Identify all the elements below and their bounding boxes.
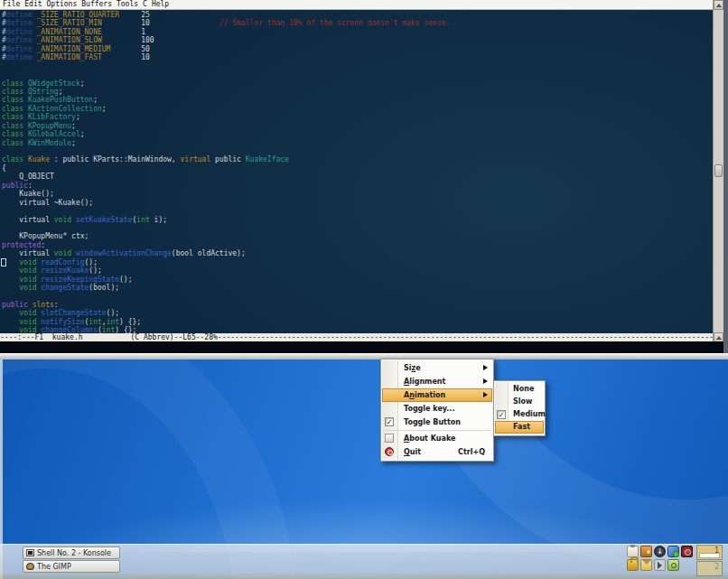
emacs-window: FileEditOptionsBuffersToolsCHelp #define… [0,0,728,360]
kwallet-icon[interactable] [640,546,652,557]
emacs-menu-c[interactable]: C [143,0,147,8]
code-line: public slots: [2,301,450,309]
menu-item-none[interactable]: None [495,383,544,396]
code-line: KPopupMenu* ctx; [2,232,450,240]
code-line: class KGlobalAccel; [2,130,450,138]
menu-item-label: Toggle key... [404,405,454,413]
code-line: void resizeKuake(); [2,266,450,275]
emacs-menu-options[interactable]: Options [47,0,78,8]
lock-icon[interactable] [627,559,639,571]
konsole-icon [26,549,34,556]
submenu-arrow-icon [483,365,488,370]
code-line: { [2,164,450,173]
pager-desktop-2[interactable]: 2 [696,561,723,576]
menu-item-about-kuake[interactable]: About Kuake [382,432,492,445]
menu-item-label: Size [404,364,421,372]
emacs-menu-buffers[interactable]: Buffers [81,0,112,8]
code-line: virtual ~Kuake(); [2,199,450,207]
emacs-buffer[interactable]: #define _SIZE_RATIO_QUARTER 25#define _S… [0,10,713,333]
menu-shortcut: Ctrl+Q [458,445,485,459]
menu-item-label: None [513,385,534,393]
code-line: virtual void setKuakeState(int i); [2,216,450,224]
window-bottom-frame [0,353,728,360]
red-app-icon[interactable] [681,546,693,557]
desktop-pager: 12 [696,545,723,576]
about-kuake-icon [385,434,394,443]
pager-desktop-1[interactable]: 1 [696,545,723,560]
code-line: class KuakePushButton; [2,96,450,104]
code-line: Kuake(); [2,190,450,198]
code-line: virtual void windowActivationChange(bool… [2,249,450,257]
kmail-icon[interactable] [640,559,652,571]
emacs-cursor [1,258,6,266]
submenu-arrow-icon [483,378,488,384]
menu-item-medium[interactable]: ✓Medium [495,408,544,421]
emacs-modeline: ----:---F1 kuake.h (C Abbrev)--L65--28%-… [0,333,713,341]
kmix-icon[interactable] [654,559,666,571]
emacs-scrollbar[interactable] [713,0,723,353]
code-line [2,292,450,300]
pager-mini-window [699,553,720,558]
code-line: Q_OBJECT [2,173,450,181]
scroll-up-icon[interactable] [714,0,723,10]
tray-row [627,546,693,557]
code-line [2,147,450,155]
menu-item-quit[interactable]: QuitCtrl+Q [382,445,492,459]
code-line: #define _ANIMATION_MEDIUM 50 [2,45,450,53]
emacs-menu-tools[interactable]: Tools [117,0,138,8]
code-line: #define _ANIMATION_NONE 1 [2,28,450,36]
menu-item-label: Alignment [404,378,445,386]
code-line: class KWinModule; [2,139,450,147]
code-line: void resizeKeepingState(); [2,275,450,284]
menu-item-size[interactable]: Size [382,361,492,375]
kget-icon[interactable] [654,546,666,557]
code-line: void notifySize(int,int) {}; [2,318,450,326]
checkmark-icon: ✓ [497,410,506,419]
emacs-menu-file[interactable]: File [3,0,20,8]
task-button-label: The GIMP [37,563,71,571]
menu-separator [384,430,490,431]
code-line: class KLibFactory; [2,113,450,121]
code-line [2,224,450,232]
task-button-the-gimp[interactable]: The GIMP [23,560,120,573]
menu-item-alignment[interactable]: Alignment [382,375,492,388]
code-line: protected: [2,241,450,249]
kgpg-icon[interactable] [667,559,679,571]
code-line [2,207,450,215]
checkmark-icon: ✓ [385,417,394,426]
menu-item-label: Quit [404,448,421,456]
tray-row [627,559,693,571]
code-line: class Kuake : public KParts::MainWindow,… [2,155,450,163]
scrollbar-thumb[interactable] [714,164,723,177]
quit-icon [385,447,394,456]
emacs-menu-edit[interactable]: Edit [24,0,42,8]
menu-item-label: Fast [513,423,530,431]
code-line: void slotChangeState(); [2,309,450,317]
menu-item-animation[interactable]: Animation [382,388,492,402]
code-line: class KActionCollection; [2,105,450,113]
code-line: class KPopupMenu; [2,122,450,130]
emacs-menubar: FileEditOptionsBuffersToolsCHelp [0,0,713,10]
code-line: class QWidgetStack; [2,79,450,88]
window-border [723,0,728,360]
code-line: class QString; [2,88,450,96]
desktop-screen: FileEditOptionsBuffersToolsCHelp #define… [0,0,728,579]
code-line: #define _ANIMATION_FAST 10 [2,53,450,61]
code-text: #define _SIZE_RATIO_QUARTER 25#define _S… [2,11,450,333]
menu-item-fast[interactable]: Fast [495,421,544,434]
menu-item-slow[interactable]: Slow [495,396,544,408]
code-line: #define _SIZE_RATIO_QUARTER 25 [2,11,450,19]
emacs-menu-help[interactable]: Help [152,0,169,8]
menu-item-label: Toggle Button [404,418,461,426]
code-line [2,70,450,79]
code-line: void readConfig(); [2,258,450,266]
menu-item-toggle-button[interactable]: ✓Toggle Button [382,416,492,429]
emacs-minibuffer[interactable] [0,341,723,353]
menu-item-label: Medium [513,410,546,418]
menu-item-label: Animation [404,391,445,399]
menu-item-toggle-key[interactable]: Toggle key... [382,402,492,416]
task-button-shell-no-2-konsole[interactable]: Shell No. 2 - Konsole [23,546,120,559]
wallpaper-light-band [0,462,728,552]
kopete-icon[interactable] [667,546,679,557]
system-tray [627,546,693,573]
